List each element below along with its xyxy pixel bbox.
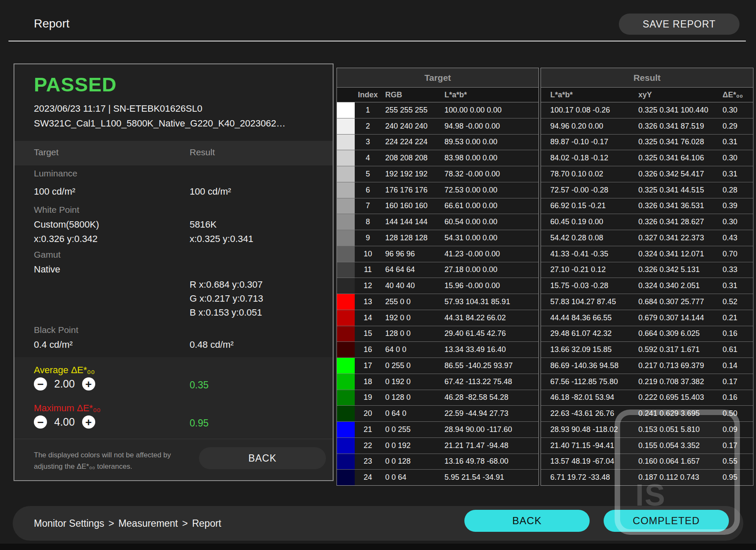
row-result-lab: 28.93 90.48 -118.02 <box>541 425 632 434</box>
table-row-result: 66.92 0.15 -0.210.326 0.341 36.5310.39 <box>541 198 753 214</box>
table-row-target: 4208 208 20883.98 0.00 0.00 <box>337 150 538 166</box>
status-badge: PASSED <box>34 73 117 96</box>
table-row-result: 27.10 -0.21 0.120.326 0.342 5.1310.33 <box>541 262 753 278</box>
report-filename: SW321C_Cal1_L100_5800K_Native_G220_K40_2… <box>34 118 285 129</box>
row-delta-e: 0.52 <box>719 297 753 306</box>
row-result-xyy: 0.325 0.341 76.028 <box>632 138 719 146</box>
row-target-lab: 44.31 84.22 66.02 <box>440 314 538 322</box>
table-row-result: 60.45 0.19 0.000.326 0.341 28.6270.30 <box>541 214 753 230</box>
color-swatch <box>337 390 355 406</box>
color-swatch <box>337 246 355 262</box>
maximum-de-label: Maximum ΔE*₀₀ <box>34 403 101 414</box>
table-row-result: 15.75 -0.03 -0.280.324 0.340 2.0510.31 <box>541 278 753 294</box>
table-row-target: 180 192 067.42 -113.22 75.48 <box>337 374 538 390</box>
gamut-result-green: G x:0.217 y:0.713 <box>190 293 263 304</box>
maximum-de-increase-button[interactable]: + <box>82 415 95 429</box>
row-index: 15 <box>355 329 381 338</box>
table-row-result: 28.93 90.48 -118.020.153 0.051 5.8100.09 <box>541 421 753 437</box>
row-result-lab: 29.48 61.07 42.32 <box>541 329 632 338</box>
target-rows: 1255 255 255100.00 0.00 0.002240 240 240… <box>337 102 538 485</box>
maximum-de-stepper: − 4.00 + <box>34 415 95 429</box>
completed-button[interactable]: COMPLETED <box>604 510 729 532</box>
row-result-xyy: 0.324 0.340 2.051 <box>632 281 719 290</box>
row-index: 4 <box>355 154 381 162</box>
row-result-xyy: 0.327 0.341 22.373 <box>632 234 719 242</box>
row-delta-e: 0.16 <box>719 329 753 338</box>
row-rgb: 0 0 192 <box>381 441 440 450</box>
row-result-lab: 57.83 104.27 87.45 <box>541 297 632 306</box>
table-row-target: 9128 128 12854.31 0.00 0.00 <box>337 230 538 246</box>
table-row-result: 86.69 -140.36 94.580.217 0.713 69.3790.1… <box>541 358 753 374</box>
table-row-result: 21.40 71.15 -94.410.155 0.054 3.3520.17 <box>541 437 753 454</box>
table-row-target: 14192 0 044.31 84.22 66.02 <box>337 310 538 326</box>
table-row-target: 1096 96 9641.23 -0.00 0.00 <box>337 246 538 262</box>
row-delta-e: 0.09 <box>719 425 753 434</box>
gamut-target: Native <box>34 264 60 275</box>
row-result-lab: 27.10 -0.21 0.12 <box>541 265 632 274</box>
black-point-target: 0.4 cd/m² <box>34 339 73 350</box>
row-result-xyy: 0.324 0.341 12.071 <box>632 250 719 258</box>
row-rgb: 0 0 64 <box>381 473 440 482</box>
color-swatch <box>337 310 355 326</box>
table-row-result: 41.33 -0.41 -0.350.324 0.341 12.0710.70 <box>541 246 753 262</box>
row-result-xyy: 0.326 0.342 54.417 <box>632 170 719 179</box>
gamut-result-blue: B x:0.153 y:0.051 <box>190 307 262 318</box>
color-swatch <box>337 135 355 150</box>
back-button[interactable]: BACK <box>464 510 590 532</box>
target-column-label: Target <box>34 147 58 157</box>
row-result-lab: 13.66 32.09 15.85 <box>541 345 632 354</box>
table-row-result: 54.42 0.28 0.080.327 0.341 22.3730.43 <box>541 230 753 246</box>
summary-panel: PASSED 2023/06/23 11:17 | SN-ETEBK01626S… <box>14 63 334 481</box>
white-point-target: Custom(5800K) <box>34 219 99 230</box>
table-row-result: 100.17 0.08 -0.260.325 0.341 100.4400.30 <box>541 102 753 118</box>
row-delta-e: 0.17 <box>719 441 753 450</box>
breadcrumb-measurement[interactable]: Measurement <box>119 518 178 529</box>
row-delta-e: 0.30 <box>719 217 753 226</box>
average-de-decrease-button[interactable]: − <box>34 377 47 390</box>
delta-e-column-header: ΔE*₀₀ <box>719 91 753 99</box>
row-result-lab: 54.42 0.28 0.08 <box>541 234 632 242</box>
panel-back-button[interactable]: BACK <box>199 447 326 469</box>
table-row-target: 1255 255 255100.00 0.00 0.00 <box>337 102 538 118</box>
row-target-lab: 100.00 0.00 0.00 <box>440 106 538 115</box>
row-result-xyy: 0.326 0.341 36.531 <box>632 201 719 210</box>
row-result-lab: 100.17 0.08 -0.26 <box>541 106 632 115</box>
row-rgb: 224 224 224 <box>381 138 440 146</box>
average-de-increase-button[interactable]: + <box>82 377 95 390</box>
row-result-xyy: 0.326 0.341 28.627 <box>632 217 719 226</box>
average-de-tolerance-value: 2.00 <box>54 378 75 390</box>
color-swatch <box>337 470 355 485</box>
color-swatch <box>337 214 355 230</box>
white-point-label: White Point <box>34 205 79 215</box>
breadcrumb-monitor-settings[interactable]: Monitor Settings <box>34 518 104 529</box>
table-row-result: 67.56 -112.85 75.800.219 0.708 37.3820.1… <box>541 374 753 390</box>
row-index: 20 <box>355 409 381 418</box>
table-row-result: 94.96 0.20 0.000.326 0.341 87.5190.29 <box>541 118 753 134</box>
color-swatch <box>337 182 355 198</box>
color-swatch <box>337 358 355 374</box>
average-de-label: Average ΔE*₀₀ <box>34 365 95 376</box>
table-row-target: 2240 240 24094.98 -0.00 0.00 <box>337 118 538 134</box>
row-rgb: 208 208 208 <box>381 154 440 162</box>
table-row-target: 7160 160 16066.61 0.00 0.00 <box>337 198 538 214</box>
row-target-lab: 78.32 -0.00 0.00 <box>440 170 538 179</box>
table-row-result: 6.71 19.72 -33.480.187 0.112 0.7430.95 <box>541 469 753 485</box>
row-index: 12 <box>355 281 381 290</box>
row-rgb: 160 160 160 <box>381 201 440 210</box>
table-row-result: 78.70 0.10 0.020.326 0.342 54.4170.31 <box>541 166 753 182</box>
row-delta-e: 0.31 <box>719 138 753 146</box>
row-result-lab: 84.02 -0.18 -0.12 <box>541 154 632 162</box>
row-target-lab: 54.31 0.00 0.00 <box>440 234 538 242</box>
header-divider <box>8 41 746 41</box>
maximum-de-result: 0.95 <box>190 418 209 429</box>
save-report-button[interactable]: SAVE REPORT <box>619 14 739 35</box>
row-index: 2 <box>355 122 381 131</box>
row-delta-e: 0.30 <box>719 106 753 115</box>
row-result-lab: 21.40 71.15 -94.41 <box>541 441 632 450</box>
row-target-lab: 46.28 -82.58 54.28 <box>440 393 538 402</box>
table-row-result: 46.18 -82.01 53.940.222 0.695 15.4030.16 <box>541 390 753 406</box>
row-delta-e: 0.31 <box>719 170 753 179</box>
row-result-lab: 67.56 -112.85 75.80 <box>541 377 632 386</box>
maximum-de-decrease-button[interactable]: − <box>34 415 47 429</box>
color-swatch <box>337 326 355 342</box>
